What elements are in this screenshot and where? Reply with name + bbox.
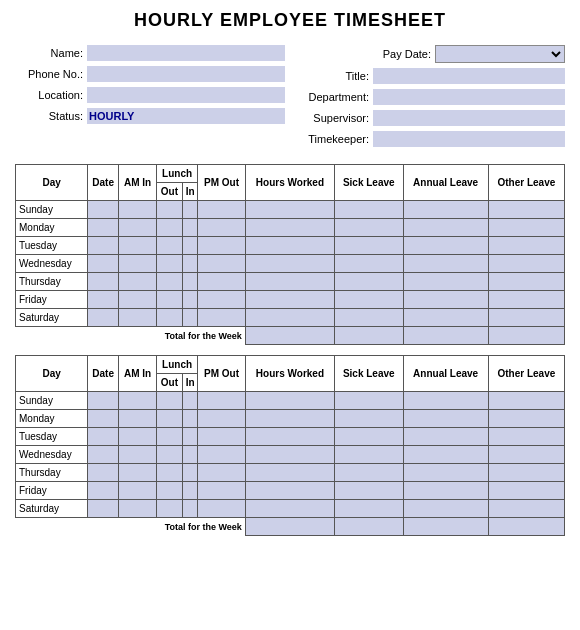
data-cell[interactable]: [403, 309, 488, 327]
data-cell[interactable]: [156, 428, 182, 446]
data-cell[interactable]: [335, 428, 404, 446]
data-cell[interactable]: [156, 410, 182, 428]
data-cell[interactable]: [488, 428, 564, 446]
data-cell[interactable]: [335, 482, 404, 500]
data-cell[interactable]: [119, 309, 157, 327]
data-cell[interactable]: [335, 392, 404, 410]
data-cell[interactable]: [335, 500, 404, 518]
data-cell[interactable]: [88, 255, 119, 273]
title-input[interactable]: [373, 68, 565, 84]
data-cell[interactable]: [403, 237, 488, 255]
data-cell[interactable]: [119, 237, 157, 255]
timekeeper-input[interactable]: [373, 131, 565, 147]
data-cell[interactable]: [182, 255, 197, 273]
data-cell[interactable]: [403, 464, 488, 482]
data-cell[interactable]: [88, 309, 119, 327]
data-cell[interactable]: [88, 446, 119, 464]
data-cell[interactable]: [488, 410, 564, 428]
data-cell[interactable]: [119, 464, 157, 482]
data-cell[interactable]: [88, 500, 119, 518]
data-cell[interactable]: [403, 500, 488, 518]
data-cell[interactable]: [119, 291, 157, 309]
data-cell[interactable]: [245, 446, 334, 464]
data-cell[interactable]: [156, 482, 182, 500]
data-cell[interactable]: [182, 482, 197, 500]
data-cell[interactable]: [488, 291, 564, 309]
data-cell[interactable]: [198, 482, 246, 500]
data-cell[interactable]: [119, 392, 157, 410]
data-cell[interactable]: [198, 201, 246, 219]
data-cell[interactable]: [245, 273, 334, 291]
data-cell[interactable]: [198, 464, 246, 482]
total-data-cell[interactable]: [335, 327, 404, 345]
data-cell[interactable]: [245, 219, 334, 237]
data-cell[interactable]: [403, 446, 488, 464]
status-input[interactable]: [87, 108, 285, 124]
total-data-cell[interactable]: [335, 518, 404, 536]
data-cell[interactable]: [198, 255, 246, 273]
data-cell[interactable]: [488, 255, 564, 273]
data-cell[interactable]: [198, 428, 246, 446]
data-cell[interactable]: [488, 237, 564, 255]
data-cell[interactable]: [156, 201, 182, 219]
data-cell[interactable]: [488, 446, 564, 464]
data-cell[interactable]: [335, 201, 404, 219]
data-cell[interactable]: [88, 392, 119, 410]
total-data-cell[interactable]: [488, 518, 564, 536]
data-cell[interactable]: [403, 219, 488, 237]
data-cell[interactable]: [335, 273, 404, 291]
data-cell[interactable]: [488, 392, 564, 410]
data-cell[interactable]: [182, 500, 197, 518]
data-cell[interactable]: [488, 500, 564, 518]
data-cell[interactable]: [182, 237, 197, 255]
data-cell[interactable]: [335, 410, 404, 428]
total-data-cell[interactable]: [403, 518, 488, 536]
data-cell[interactable]: [119, 482, 157, 500]
data-cell[interactable]: [119, 446, 157, 464]
data-cell[interactable]: [403, 482, 488, 500]
data-cell[interactable]: [488, 219, 564, 237]
data-cell[interactable]: [182, 446, 197, 464]
data-cell[interactable]: [335, 446, 404, 464]
data-cell[interactable]: [119, 410, 157, 428]
data-cell[interactable]: [198, 410, 246, 428]
data-cell[interactable]: [488, 201, 564, 219]
data-cell[interactable]: [88, 291, 119, 309]
data-cell[interactable]: [88, 410, 119, 428]
data-cell[interactable]: [182, 201, 197, 219]
data-cell[interactable]: [88, 219, 119, 237]
data-cell[interactable]: [88, 201, 119, 219]
data-cell[interactable]: [403, 392, 488, 410]
data-cell[interactable]: [403, 291, 488, 309]
data-cell[interactable]: [198, 500, 246, 518]
data-cell[interactable]: [182, 291, 197, 309]
data-cell[interactable]: [119, 500, 157, 518]
data-cell[interactable]: [245, 464, 334, 482]
data-cell[interactable]: [156, 446, 182, 464]
data-cell[interactable]: [88, 464, 119, 482]
data-cell[interactable]: [156, 237, 182, 255]
data-cell[interactable]: [335, 237, 404, 255]
data-cell[interactable]: [88, 273, 119, 291]
supervisor-input[interactable]: [373, 110, 565, 126]
data-cell[interactable]: [182, 428, 197, 446]
data-cell[interactable]: [119, 255, 157, 273]
data-cell[interactable]: [88, 482, 119, 500]
data-cell[interactable]: [198, 273, 246, 291]
data-cell[interactable]: [335, 464, 404, 482]
data-cell[interactable]: [245, 428, 334, 446]
data-cell[interactable]: [198, 392, 246, 410]
department-input[interactable]: [373, 89, 565, 105]
data-cell[interactable]: [119, 273, 157, 291]
data-cell[interactable]: [198, 219, 246, 237]
data-cell[interactable]: [156, 273, 182, 291]
data-cell[interactable]: [182, 273, 197, 291]
data-cell[interactable]: [245, 201, 334, 219]
data-cell[interactable]: [156, 309, 182, 327]
data-cell[interactable]: [119, 428, 157, 446]
data-cell[interactable]: [198, 446, 246, 464]
data-cell[interactable]: [156, 392, 182, 410]
data-cell[interactable]: [403, 410, 488, 428]
data-cell[interactable]: [182, 392, 197, 410]
data-cell[interactable]: [335, 219, 404, 237]
